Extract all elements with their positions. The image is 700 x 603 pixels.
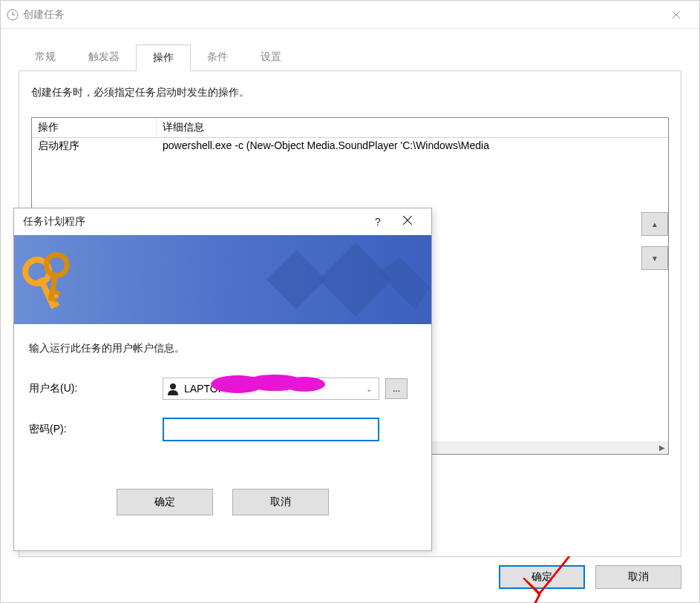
reorder-buttons: ▲ ▼	[641, 212, 668, 270]
tab-triggers[interactable]: 触发器	[72, 45, 136, 71]
password-field: 密码(P):	[29, 418, 416, 441]
cell-action: 启动程序	[32, 138, 157, 154]
ok-button[interactable]: 确定	[499, 565, 585, 589]
cred-ok-button[interactable]: 确定	[117, 489, 213, 515]
chevron-down-icon: ⌄	[362, 385, 376, 393]
cred-close-button[interactable]	[393, 215, 422, 228]
scroll-right-icon[interactable]: ▶	[655, 441, 668, 454]
cancel-button[interactable]: 取消	[595, 565, 681, 589]
username-label: 用户名(U):	[29, 382, 163, 395]
move-down-button[interactable]: ▼	[641, 246, 668, 270]
tabs: 常规 触发器 操作 条件 设置	[1, 29, 699, 70]
redaction-mark	[208, 374, 327, 395]
dialog-buttons: 确定 取消	[499, 565, 681, 589]
triangle-down-icon: ▼	[651, 254, 658, 263]
keys-icon	[22, 243, 88, 317]
cred-cancel-button[interactable]: 取消	[232, 489, 329, 515]
move-up-button[interactable]: ▲	[641, 212, 668, 236]
help-button[interactable]: ?	[363, 216, 393, 228]
window-title: 创建任务	[23, 8, 659, 22]
cred-title: 任务计划程序	[23, 215, 363, 228]
close-icon	[672, 10, 681, 19]
credentials-dialog: 任务计划程序 ?	[13, 208, 432, 551]
cred-instruction: 输入运行此任务的用户帐户信息。	[29, 342, 416, 355]
triangle-up-icon: ▲	[651, 220, 658, 228]
tab-actions[interactable]: 操作	[136, 45, 191, 71]
svg-point-19	[284, 377, 325, 392]
close-icon	[402, 215, 413, 225]
cred-title-bar: 任务计划程序 ?	[14, 208, 431, 235]
tab-general[interactable]: 常规	[19, 45, 72, 71]
avatar-icon	[166, 382, 180, 395]
cell-details: powershell.exe -c (New-Object Media.Soun…	[157, 138, 668, 154]
password-input[interactable]	[163, 418, 379, 441]
clock-icon	[7, 9, 19, 21]
tab-conditions[interactable]: 条件	[191, 45, 244, 71]
cred-buttons: 确定 取消	[29, 489, 416, 515]
table-row[interactable]: 启动程序 powershell.exe -c (New-Object Media…	[32, 138, 668, 154]
header-details[interactable]: 详细信息	[157, 118, 668, 137]
credentials-banner	[14, 235, 431, 324]
browse-button[interactable]: ...	[385, 378, 408, 399]
table-header: 操作 详细信息	[32, 118, 668, 138]
svg-point-16	[170, 383, 176, 389]
close-button[interactable]	[659, 3, 693, 27]
cred-body: 输入运行此任务的用户帐户信息。 用户名(U): LAPTOP- ⌄ ...	[14, 324, 431, 533]
password-label: 密码(P):	[29, 423, 163, 436]
header-action[interactable]: 操作	[32, 118, 157, 137]
username-combo[interactable]: LAPTOP- ⌄	[163, 378, 379, 400]
description-text: 创建任务时，必须指定任务启动时发生的操作。	[31, 86, 669, 99]
title-bar: 创建任务	[1, 1, 699, 29]
username-field: 用户名(U): LAPTOP- ⌄ ...	[29, 378, 416, 400]
tab-settings[interactable]: 设置	[244, 45, 298, 71]
